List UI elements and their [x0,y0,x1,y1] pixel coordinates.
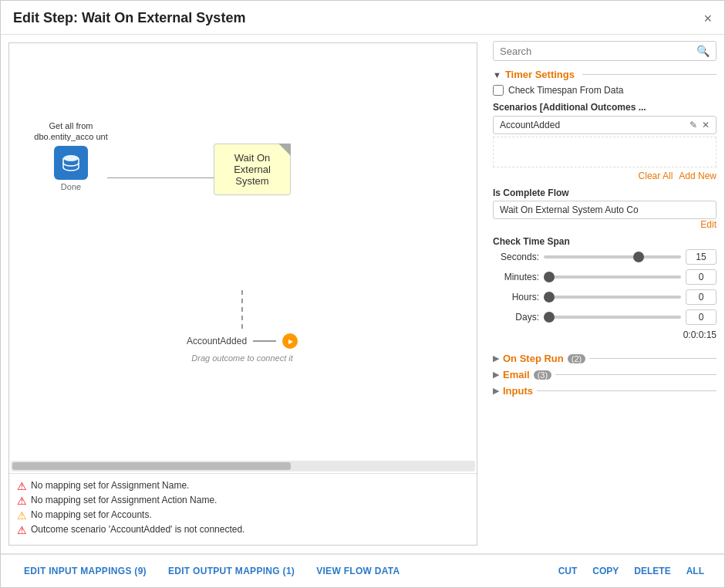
check-timespan-checkbox[interactable] [493,85,504,96]
search-box: 🔍 [493,41,717,61]
view-flow-data-btn[interactable]: VIEW FLOW DATA [305,559,410,583]
email-section[interactable]: ▶ Email (3) [493,369,717,380]
cut-btn[interactable]: CUT [551,559,585,583]
edit-flow-btn[interactable]: Edit [700,219,717,230]
minutes-slider-row: Minutes: [493,269,717,285]
seconds-thumb[interactable] [633,252,644,262]
left-panel: Get all from dbo.entity_acco unt Done Wa [8,42,477,546]
scenarios-actions: Clear All Add New [493,171,717,181]
copy-btn[interactable]: COPY [585,559,626,583]
outcome-label: AccountAdded [187,336,247,346]
on-step-run-divider [589,358,717,359]
hours-label: Hours: [493,292,539,302]
inputs-section[interactable]: ▶ Inputs [493,385,717,397]
right-panel: 🔍 ▼ Timer Settings Check Timespan From D… [485,35,724,553]
canvas-scrollbar[interactable] [11,461,475,471]
db-node[interactable]: Get all from dbo.entity_acco unt Done [32,120,110,191]
error-item-2: ⚠︎ No mapping set for Assignment Action … [17,495,469,507]
wait-node[interactable]: Wait On External System [214,144,291,195]
error-icon-red-2: ⚠︎ [17,495,27,507]
minutes-track [544,275,681,279]
minutes-value[interactable] [686,269,717,285]
all-btn[interactable]: ALL [679,559,712,583]
scenario-tag-name: AccountAdded [500,120,560,130]
is-complete-flow-label: Is Complete Flow [493,188,717,198]
on-step-run-badge: (2) [568,354,585,363]
on-step-run-title: On Step Run [503,353,564,364]
canvas-area: Get all from dbo.entity_acco unt Done Wa [9,43,477,461]
dialog-header: Edit Step: Wait On External System × [1,1,724,35]
days-value[interactable] [686,309,717,325]
scenario-tag-actions: ✎ ✕ [690,120,710,130]
remove-scenario-icon[interactable]: ✕ [702,120,710,130]
error-item-1: ⚠︎ No mapping set for Assignment Name. [17,480,469,492]
error-text-4: Outcome scenario 'AccountAdded' is not c… [31,524,244,535]
delete-btn[interactable]: DELETE [626,559,678,583]
edit-link: Edit [493,219,717,230]
email-divider [555,374,717,375]
outcome-circle[interactable] [282,333,298,349]
inputs-title: Inputs [503,385,533,397]
search-input[interactable] [500,46,696,57]
error-icon-red-3: ⚠︎ [17,524,27,536]
drag-hint: Drag outcome to connect it [191,353,292,363]
timer-settings-section: ▼ Timer Settings Check Timespan From Dat… [493,69,717,346]
is-complete-flow-value: Wait On External System Auto Co [493,201,717,219]
wait-node-label: Wait On External System [234,152,271,187]
error-item-4: ⚠︎ Outcome scenario 'AccountAdded' is no… [17,524,469,536]
outcome-area: AccountAdded Drag outcome to connect it [187,290,298,363]
hours-value[interactable] [686,289,717,305]
footer-toolbar: EDIT INPUT MAPPINGS (9) EDIT OUTPUT MAPP… [1,553,724,587]
hours-slider-row: Hours: [493,289,717,305]
outcome-row: AccountAdded [187,333,298,349]
error-text-2: No mapping set for Assignment Action Nam… [31,495,217,505]
svg-point-0 [63,155,79,161]
on-step-run-section[interactable]: ▶ On Step Run (2) [493,353,717,364]
email-title: Email [503,369,530,380]
days-slider-row: Days: [493,309,717,325]
timer-settings-header[interactable]: ▼ Timer Settings [493,69,717,80]
on-step-run-chevron-icon: ▶ [493,353,499,363]
clear-all-btn[interactable]: Clear All [639,171,673,181]
seconds-slider-row: Seconds: [493,249,717,265]
days-label: Days: [493,312,539,323]
check-timespan-label: Check Timespan From Data [508,85,623,96]
error-icon-red-1: ⚠︎ [17,480,27,492]
error-text-3: No mapping set for Accounts. [31,509,152,520]
days-thumb[interactable] [544,312,555,323]
db-done-label: Done [32,182,110,191]
db-node-label: Get all from dbo.entity_acco unt [32,120,110,143]
timer-settings-title: Timer Settings [505,69,575,80]
hours-thumb[interactable] [544,292,555,302]
scenario-tag: AccountAdded ✎ ✕ [493,116,717,134]
search-icon: 🔍 [696,45,710,57]
dialog: Edit Step: Wait On External System × Get… [0,0,725,588]
minutes-label: Minutes: [493,272,539,282]
email-chevron-icon: ▶ [493,370,499,380]
errors-panel: ⚠︎ No mapping set for Assignment Name. ⚠… [9,473,477,545]
seconds-track [544,255,681,259]
timer-section-content: Check Timespan From Data Scenarios [Addi… [493,85,717,340]
inputs-divider [537,390,717,391]
scenarios-empty-area [493,137,717,167]
seconds-value[interactable] [686,249,717,265]
db-node-icon [54,146,88,180]
time-total: 0:0:0:15 [493,329,717,340]
timer-divider [582,74,717,75]
inputs-chevron-icon: ▶ [493,386,499,396]
error-icon-yellow-1: ⚠ [17,509,27,522]
check-time-span-label: Check Time Span [493,236,717,247]
minutes-thumb[interactable] [544,272,555,282]
dashed-connector [241,290,243,329]
hours-track [544,296,681,299]
edit-input-mappings-btn[interactable]: EDIT INPUT MAPPINGS (9) [13,559,157,583]
connector-line [107,177,214,178]
close-icon[interactable]: × [703,12,712,25]
dialog-body: Get all from dbo.entity_acco unt Done Wa [1,35,724,553]
edit-output-mapping-btn[interactable]: EDIT OUTPUT MAPPING (1) [157,559,305,583]
timer-chevron-down-icon: ▼ [493,70,501,79]
edit-scenario-icon[interactable]: ✎ [690,120,697,130]
add-new-btn[interactable]: Add New [679,171,717,181]
error-item-3: ⚠ No mapping set for Accounts. [17,509,469,522]
scenarios-label: Scenarios [Additional Outcomes ... [493,102,717,113]
